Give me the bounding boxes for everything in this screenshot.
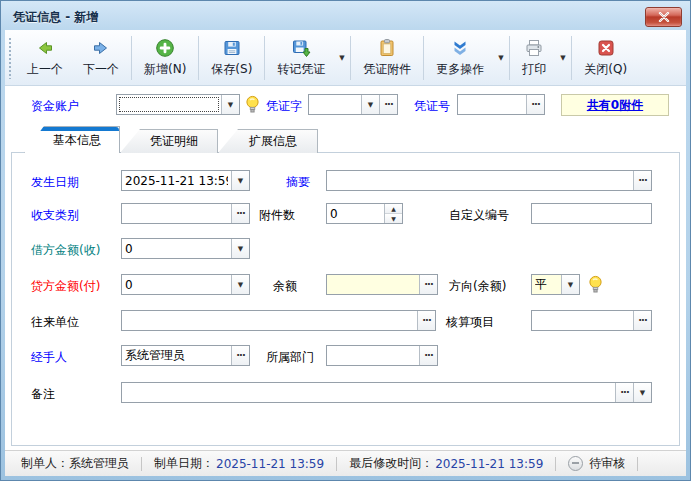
balance-browse-icon[interactable]: ··· — [419, 275, 437, 294]
modified-time-label: 最后修改时间： — [349, 455, 433, 472]
transfer-voucher-button[interactable]: 转记凭证 — [267, 33, 335, 82]
occur-date-input[interactable] — [122, 171, 231, 190]
department-field[interactable]: ··· — [326, 345, 438, 366]
summary-field[interactable]: ··· — [326, 170, 652, 191]
save-button[interactable]: 保存(S) — [201, 33, 262, 82]
balance-field[interactable]: ··· — [326, 274, 438, 295]
accounting-item-input[interactable] — [532, 311, 633, 330]
credit-amount-combo[interactable]: ▼ — [121, 274, 250, 295]
close-label: 关闭(Q) — [584, 61, 627, 78]
department-input[interactable] — [327, 346, 419, 365]
more-actions-button[interactable]: 更多操作 — [426, 33, 494, 82]
next-label: 下一个 — [83, 61, 119, 78]
print-button[interactable]: 打印 — [512, 33, 556, 82]
transfer-voucher-group: 转记凭证 ▼ — [267, 33, 348, 82]
voucher-no-input[interactable] — [458, 95, 526, 114]
more-actions-icon — [450, 38, 470, 58]
partner-input[interactable] — [122, 311, 417, 330]
direction-input[interactable] — [532, 275, 561, 294]
remark-field[interactable]: ··· ▼ — [121, 382, 652, 403]
tab-extended-info[interactable]: 扩展信息 — [218, 129, 318, 153]
statusbar-separator — [637, 457, 638, 471]
credit-amount-input[interactable] — [122, 275, 231, 294]
close-button[interactable]: 关闭(Q) — [574, 33, 637, 82]
summary-browse-icon[interactable]: ··· — [633, 171, 651, 190]
toolbar-separator — [423, 36, 424, 80]
spin-up-icon[interactable]: ▲ — [385, 204, 402, 214]
category-field[interactable]: ··· — [121, 203, 250, 224]
attach-count-spinner[interactable]: ▲ ▼ — [326, 203, 403, 224]
print-group: 打印 ▼ — [512, 33, 569, 82]
new-button[interactable]: 新增(N) — [134, 33, 196, 82]
category-input[interactable] — [122, 204, 231, 223]
fund-account-hint-lightbulb-icon[interactable] — [245, 95, 260, 114]
custom-no-field[interactable] — [531, 203, 652, 224]
voucher-word-dropdown-icon[interactable]: ▼ — [361, 95, 379, 114]
voucher-word-browse-icon[interactable]: ··· — [379, 95, 397, 114]
window-title: 凭证信息 - 新增 — [13, 9, 98, 26]
more-actions-dropdown[interactable]: ▼ — [494, 36, 507, 80]
remark-dropdown-icon[interactable]: ▼ — [633, 383, 651, 402]
remark-input[interactable] — [122, 383, 615, 402]
debit-amount-combo[interactable]: ▼ — [121, 238, 250, 259]
fund-account-dropdown-icon[interactable]: ▼ — [221, 95, 239, 114]
voucher-attachment-button[interactable]: 凭证附件 — [353, 33, 421, 82]
statusbar-separator — [141, 457, 142, 471]
custom-no-input[interactable] — [532, 204, 651, 223]
window-close-button[interactable] — [645, 7, 682, 27]
spin-down-icon[interactable]: ▼ — [385, 214, 402, 223]
attach-count-input[interactable] — [327, 204, 384, 223]
save-label: 保存(S) — [211, 61, 252, 78]
debit-amount-dropdown-icon[interactable]: ▼ — [231, 239, 249, 258]
toolbar-separator — [350, 36, 351, 80]
voucher-word-combo[interactable]: ▼ ··· — [308, 94, 398, 115]
handler-input[interactable] — [122, 346, 231, 365]
transfer-voucher-label: 转记凭证 — [277, 61, 325, 78]
tab-extended-info-label: 扩展信息 — [239, 133, 297, 150]
accounting-item-browse-icon[interactable]: ··· — [633, 311, 651, 330]
tab-voucher-detail[interactable]: 凭证明细 — [120, 129, 218, 153]
toolbar-grip[interactable] — [8, 37, 12, 79]
direction-hint-lightbulb-icon[interactable] — [588, 275, 603, 294]
transfer-voucher-dropdown[interactable]: ▼ — [335, 36, 348, 80]
direction-dropdown-icon[interactable]: ▼ — [561, 275, 579, 294]
occur-date-dropdown-icon[interactable]: ▼ — [231, 171, 249, 190]
partner-field[interactable]: ··· — [121, 310, 436, 331]
occur-date-combo[interactable]: ▼ — [121, 170, 250, 191]
voucher-no-label: 凭证号 — [414, 98, 450, 115]
custom-no-label: 自定义编号 — [449, 207, 509, 224]
fund-account-combo[interactable]: ▼ — [116, 94, 240, 115]
previous-button[interactable]: 上一个 — [17, 33, 73, 82]
remark-browse-icon[interactable]: ··· — [615, 383, 633, 402]
fund-account-input[interactable] — [117, 95, 221, 114]
created-date-value: 2025-11-21 13:59 — [216, 457, 324, 471]
debit-amount-input[interactable] — [122, 239, 231, 258]
print-dropdown[interactable]: ▼ — [556, 36, 569, 80]
tab-basic-info-label: 基本信息 — [43, 132, 101, 149]
department-browse-icon[interactable]: ··· — [419, 346, 437, 365]
accounting-item-field[interactable]: ··· — [531, 310, 652, 331]
credit-amount-dropdown-icon[interactable]: ▼ — [231, 275, 249, 294]
balance-input[interactable] — [327, 275, 419, 294]
handler-browse-icon[interactable]: ··· — [231, 346, 249, 365]
next-button[interactable]: 下一个 — [73, 33, 129, 82]
summary-input[interactable] — [327, 171, 633, 190]
voucher-no-browse-icon[interactable]: ··· — [526, 95, 544, 114]
add-icon — [155, 38, 175, 58]
titlebar: 凭证信息 - 新增 — [4, 4, 687, 30]
partner-browse-icon[interactable]: ··· — [417, 311, 435, 330]
department-label: 所属部门 — [266, 349, 314, 366]
tab-basic-info[interactable]: 基本信息 — [24, 126, 120, 153]
fund-account-label: 资金账户 — [31, 98, 79, 115]
arrow-right-icon — [91, 38, 111, 58]
handler-field[interactable]: ··· — [121, 345, 250, 366]
voucher-word-input[interactable] — [309, 95, 361, 114]
direction-combo[interactable]: ▼ — [531, 274, 580, 295]
voucher-no-field[interactable]: ··· — [457, 94, 545, 115]
category-label: 收支类别 — [31, 207, 79, 224]
attachments-link[interactable]: 共有0附件 — [587, 97, 643, 114]
toolbar-separator — [571, 36, 572, 80]
content-area: 资金账户 ▼ 凭证字 ▼ ··· 凭证号 — [5, 86, 686, 450]
direction-label: 方向(余额) — [449, 278, 506, 295]
category-browse-icon[interactable]: ··· — [231, 204, 249, 223]
